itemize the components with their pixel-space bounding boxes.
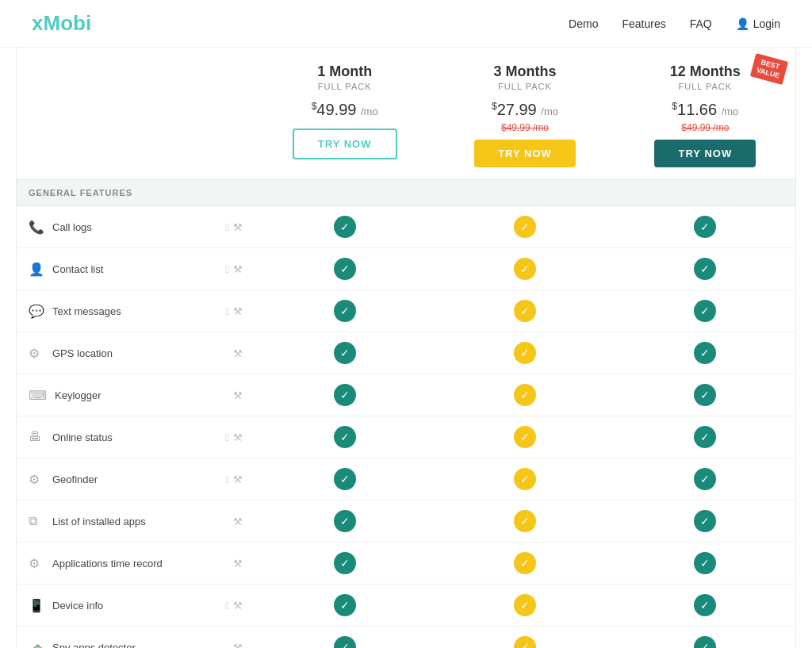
device-info-check-1month: ✓ bbox=[255, 585, 435, 627]
keylogger-icon: ⌨ bbox=[29, 388, 47, 403]
person-icon: 👤 bbox=[736, 17, 749, 30]
section-header-label: GENERAL FEATURES bbox=[17, 180, 255, 206]
spy-apps-detector-check-12months: ✓ bbox=[615, 627, 795, 648]
online-status-check-3months: ✓ bbox=[435, 416, 615, 458]
plan-header-3months: 3 Months FULL PACK $27.99 /mo $49.99 /mo… bbox=[435, 48, 615, 180]
apple-icon:  bbox=[225, 263, 229, 275]
plan-1month-name: 1 Month bbox=[262, 63, 427, 80]
apps-time-record-check-12months: ✓ bbox=[615, 543, 795, 585]
geofinder-label: ⚙ Geofinder  ⚒ bbox=[17, 458, 255, 500]
apple-icon:  bbox=[225, 431, 229, 443]
section-header-col1 bbox=[255, 180, 435, 206]
check-teal: ✓ bbox=[694, 636, 716, 648]
apple-icon:  bbox=[225, 600, 229, 612]
android-icon: ⚒ bbox=[233, 221, 243, 233]
apple-icon:  bbox=[225, 305, 229, 317]
keylogger-check-3months: ✓ bbox=[435, 374, 615, 416]
plan-1month-price: $49.99 /mo bbox=[262, 101, 427, 119]
plan-3months-cta[interactable]: TRY NOW bbox=[474, 140, 576, 167]
spy-apps-detector-icon: 🚕 bbox=[29, 640, 44, 649]
list-installed-apps-label: ⧉ List of installed apps ⚒ bbox=[17, 500, 255, 543]
check-yellow: ✓ bbox=[514, 468, 536, 490]
check-teal: ✓ bbox=[694, 342, 716, 364]
gps-location-icon: ⚙ bbox=[29, 346, 44, 361]
gps-location-check-1month: ✓ bbox=[255, 332, 435, 374]
geofinder-icon: ⚙ bbox=[29, 472, 44, 487]
call-logs-name: Call logs bbox=[52, 221, 92, 233]
nav-demo[interactable]: Demo bbox=[569, 17, 598, 30]
check-yellow: ✓ bbox=[514, 342, 536, 364]
nav-login[interactable]: 👤 Login bbox=[736, 17, 780, 30]
apps-time-record-icon: ⚙ bbox=[29, 556, 44, 571]
call-logs-check-12months: ✓ bbox=[615, 206, 795, 248]
features-column-header bbox=[17, 48, 255, 180]
check-yellow: ✓ bbox=[514, 258, 536, 280]
device-info-icon: 📱 bbox=[29, 598, 44, 613]
check-teal: ✓ bbox=[694, 510, 716, 532]
contact-list-check-1month: ✓ bbox=[255, 248, 435, 290]
online-status-label: 🖶 Online status  ⚒ bbox=[17, 416, 255, 458]
check-teal: ✓ bbox=[694, 216, 716, 238]
call-logs-label: 📞 Call logs  ⚒ bbox=[17, 206, 255, 248]
android-icon: ⚒ bbox=[233, 516, 243, 527]
plan-12months-cta[interactable]: TRY NOW bbox=[654, 140, 756, 167]
check-teal: ✓ bbox=[694, 258, 716, 280]
plan-12months-price: $11.66 /mo bbox=[623, 101, 787, 119]
plan-12months-price-old: $49.99 /mo bbox=[623, 122, 787, 133]
check-yellow: ✓ bbox=[514, 552, 536, 574]
main-content: 1 Month FULL PACK $49.99 /mo TRY NOW 3 M… bbox=[0, 48, 812, 648]
call-logs-check-3months: ✓ bbox=[435, 206, 615, 248]
check-yellow: ✓ bbox=[514, 216, 536, 238]
plan-12months-type: FULL PACK bbox=[623, 82, 787, 91]
check-teal: ✓ bbox=[334, 216, 356, 238]
check-teal: ✓ bbox=[694, 468, 716, 490]
check-teal: ✓ bbox=[334, 510, 356, 532]
section-header-col2 bbox=[435, 180, 615, 206]
nav: Demo Features FAQ 👤 Login bbox=[569, 17, 780, 30]
nav-features[interactable]: Features bbox=[622, 17, 665, 30]
spy-apps-detector-label: 🚕 Spy apps detector ⚒ bbox=[17, 627, 255, 648]
call-logs-check-1month: ✓ bbox=[255, 206, 435, 248]
gps-location-check-3months: ✓ bbox=[435, 332, 615, 374]
logo-mobi: Mobi bbox=[43, 11, 91, 35]
check-teal: ✓ bbox=[334, 468, 356, 490]
call-logs-icon: 📞 bbox=[29, 220, 44, 235]
contact-list-name: Contact list bbox=[52, 263, 103, 275]
plan-3months-type: FULL PACK bbox=[442, 82, 607, 91]
apps-time-record-name: Applications time record bbox=[52, 558, 163, 569]
device-info-label: 📱 Device info  ⚒ bbox=[17, 585, 255, 627]
android-icon: ⚒ bbox=[233, 600, 243, 612]
check-teal: ✓ bbox=[334, 552, 356, 574]
plan-3months-name: 3 Months bbox=[442, 63, 607, 80]
device-info-check-3months: ✓ bbox=[435, 585, 615, 627]
spy-apps-detector-name: Spy apps detector bbox=[52, 642, 136, 649]
list-installed-apps-check-3months: ✓ bbox=[435, 500, 615, 543]
nav-faq[interactable]: FAQ bbox=[690, 17, 712, 30]
apps-time-record-check-1month: ✓ bbox=[255, 543, 435, 585]
android-icon: ⚒ bbox=[233, 642, 243, 649]
keylogger-label: ⌨ Keylogger ⚒ bbox=[17, 374, 255, 416]
gps-location-label: ⚙ GPS location ⚒ bbox=[17, 332, 255, 374]
spy-apps-detector-check-3months: ✓ bbox=[435, 627, 615, 648]
check-yellow: ✓ bbox=[514, 594, 536, 616]
logo[interactable]: xMobi bbox=[32, 11, 91, 36]
check-teal: ✓ bbox=[334, 384, 356, 406]
geofinder-check-3months: ✓ bbox=[435, 458, 615, 500]
android-icon: ⚒ bbox=[233, 263, 243, 275]
plan-header-12months: BESTVALUE 12 Months FULL PACK $11.66 /mo… bbox=[615, 48, 795, 180]
geofinder-name: Geofinder bbox=[52, 474, 98, 485]
text-messages-label: 💬 Text messages  ⚒ bbox=[17, 290, 255, 332]
gps-location-name: GPS location bbox=[52, 347, 113, 359]
text-messages-name: Text messages bbox=[52, 305, 121, 317]
android-icon: ⚒ bbox=[233, 558, 243, 569]
plan-header-1month: 1 Month FULL PACK $49.99 /mo TRY NOW bbox=[255, 48, 435, 180]
text-messages-check-1month: ✓ bbox=[255, 290, 435, 332]
check-teal: ✓ bbox=[334, 300, 356, 322]
check-teal: ✓ bbox=[694, 594, 716, 616]
plan-1month-cta[interactable]: TRY NOW bbox=[293, 128, 397, 159]
online-status-check-12months: ✓ bbox=[615, 416, 795, 458]
check-yellow: ✓ bbox=[514, 636, 536, 648]
geofinder-check-12months: ✓ bbox=[615, 458, 795, 500]
check-teal: ✓ bbox=[334, 426, 356, 448]
plan-3months-price-old: $49.99 /mo bbox=[442, 122, 607, 133]
